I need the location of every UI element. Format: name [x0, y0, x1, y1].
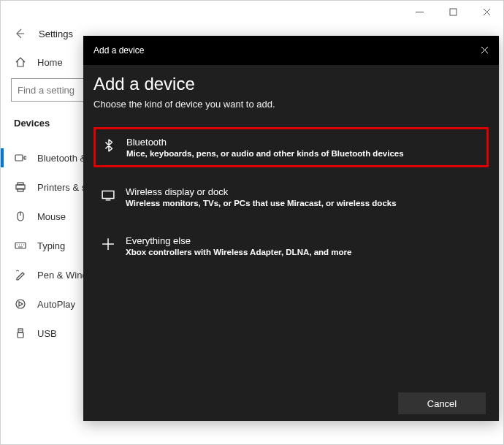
window-titlebar	[1, 1, 503, 23]
svg-rect-8	[18, 183, 23, 185]
modal-subtitle: Choose the kind of device you want to ad…	[93, 99, 489, 110]
modal-header: Add a device	[83, 36, 499, 65]
settings-title: Settings	[39, 28, 73, 39]
svg-rect-12	[15, 243, 26, 248]
bluetooth-icon	[102, 138, 116, 153]
mouse-icon	[14, 210, 27, 222]
home-icon	[14, 56, 27, 68]
option-title: Everything else	[126, 235, 351, 246]
pen-icon	[14, 269, 27, 281]
cancel-button[interactable]: Cancel	[398, 392, 486, 414]
nav-label: AutoPlay	[37, 299, 75, 310]
svg-rect-19	[18, 329, 23, 332]
svg-point-18	[16, 300, 25, 308]
maximize-button[interactable]	[436, 1, 470, 23]
option-title: Bluetooth	[126, 137, 404, 148]
home-label: Home	[37, 57, 63, 68]
monitor-icon	[101, 188, 115, 202]
usb-icon	[14, 327, 27, 339]
option-title: Wireless display or dock	[126, 186, 397, 197]
svg-rect-6	[24, 156, 26, 159]
modal-heading: Add a device	[93, 74, 489, 94]
printer-icon	[14, 181, 27, 193]
add-device-modal: Add a device Add a device Choose the kin…	[83, 36, 499, 421]
nav-label: Mouse	[37, 211, 66, 222]
option-wireless-display[interactable]: Wireless display or dock Wireless monito…	[93, 178, 489, 216]
back-arrow-icon[interactable]	[14, 28, 26, 39]
keyboard-icon	[14, 240, 27, 251]
minimize-button[interactable]	[402, 1, 436, 23]
svg-rect-25	[102, 191, 114, 198]
option-bluetooth[interactable]: Bluetooth Mice, keyboards, pens, or audi…	[93, 127, 489, 167]
modal-footer: Cancel	[83, 386, 499, 421]
plus-icon	[101, 237, 115, 251]
modal-title: Add a device	[93, 45, 144, 56]
modal-close-button[interactable]	[467, 44, 489, 57]
svg-rect-1	[450, 9, 457, 15]
bluetooth-icon	[14, 152, 27, 164]
option-desc: Xbox controllers with Wireless Adapter, …	[126, 248, 351, 256]
close-button[interactable]	[470, 1, 503, 23]
nav-label: USB	[37, 328, 57, 339]
option-everything-else[interactable]: Everything else Xbox controllers with Wi…	[93, 227, 489, 265]
svg-rect-20	[18, 332, 23, 338]
option-desc: Wireless monitors, TVs, or PCs that use …	[126, 199, 397, 208]
autoplay-icon	[14, 298, 27, 310]
option-desc: Mice, keyboards, pens, or audio and othe…	[126, 149, 404, 158]
nav-label: Typing	[37, 240, 65, 251]
svg-rect-5	[15, 155, 23, 161]
